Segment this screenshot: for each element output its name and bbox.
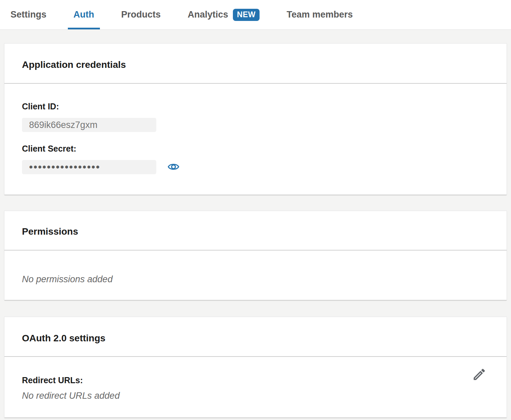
client-id-label: Client ID: xyxy=(22,102,489,111)
tab-analytics[interactable]: Analytics NEW xyxy=(182,0,265,29)
reveal-secret-button[interactable] xyxy=(167,161,180,173)
redirect-urls-empty-text: No redirect URLs added xyxy=(22,391,489,400)
permissions-title: Permissions xyxy=(22,226,489,237)
application-credentials-body: Client ID: 869ik66esz7gxm Client Secret:… xyxy=(4,84,507,194)
redirect-urls-label: Redirect URLs: xyxy=(22,376,489,385)
tab-settings-label: Settings xyxy=(10,9,47,20)
oauth-settings-body: Redirect URLs: No redirect URLs added xyxy=(4,357,507,417)
tab-auth-label: Auth xyxy=(74,9,94,20)
main-content: Application credentials Client ID: 869ik… xyxy=(0,43,511,418)
pencil-icon xyxy=(472,367,487,383)
new-badge: NEW xyxy=(233,9,260,21)
client-secret-row: •••••••••••••••• xyxy=(22,160,489,174)
tab-team-members[interactable]: Team members xyxy=(281,0,358,29)
tab-products[interactable]: Products xyxy=(115,0,166,29)
application-credentials-card: Application credentials Client ID: 869ik… xyxy=(4,43,507,195)
tab-auth[interactable]: Auth xyxy=(68,0,100,29)
tab-team-members-label: Team members xyxy=(287,9,353,20)
oauth-settings-header: OAuth 2.0 settings xyxy=(4,317,507,357)
application-credentials-header: Application credentials xyxy=(4,44,507,84)
permissions-card: Permissions No permissions added xyxy=(4,211,507,300)
client-secret-label: Client Secret: xyxy=(22,144,489,153)
eye-icon xyxy=(168,162,179,172)
tab-analytics-label: Analytics xyxy=(188,9,228,20)
client-id-field[interactable]: 869ik66esz7gxm xyxy=(22,118,156,132)
permissions-header: Permissions xyxy=(4,211,507,251)
tab-products-label: Products xyxy=(121,9,161,20)
edit-redirect-urls-button[interactable] xyxy=(472,367,487,383)
oauth-settings-title: OAuth 2.0 settings xyxy=(22,333,489,344)
client-secret-field[interactable]: •••••••••••••••• xyxy=(22,160,156,174)
application-credentials-title: Application credentials xyxy=(22,59,489,71)
permissions-body: No permissions added xyxy=(4,251,507,300)
tab-bar: Settings Auth Products Analytics NEW Tea… xyxy=(0,0,511,30)
oauth-settings-card: OAuth 2.0 settings Redirect URLs: No red… xyxy=(4,317,507,418)
tab-settings[interactable]: Settings xyxy=(5,0,52,29)
permissions-empty-text: No permissions added xyxy=(22,275,489,284)
